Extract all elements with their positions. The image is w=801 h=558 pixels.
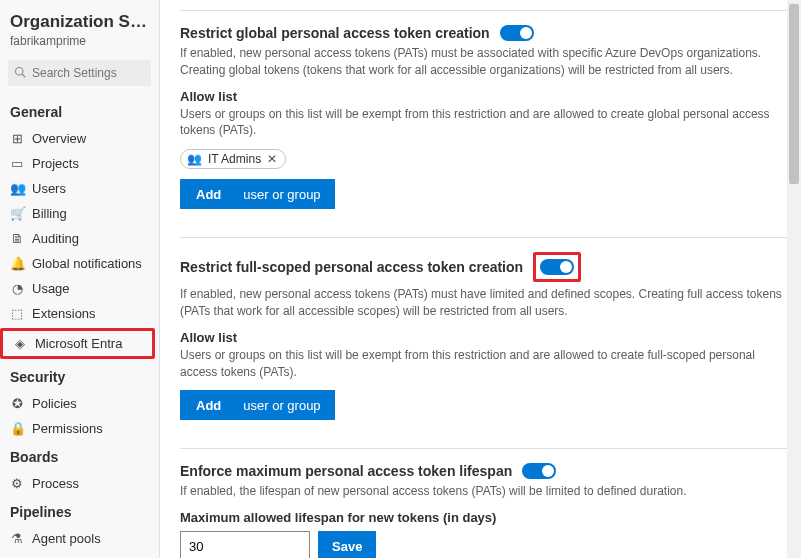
sidebar-item-usage[interactable]: ◔Usage [0, 276, 159, 301]
chip-remove-icon[interactable]: ✕ [267, 152, 277, 166]
svg-point-0 [16, 67, 24, 75]
add-user-or-group-button-1[interactable]: Add user or group [180, 179, 335, 209]
section-general: General [0, 96, 159, 126]
allow-list-label-2: Allow list [180, 330, 789, 345]
max-lifespan-field-label: Maximum allowed lifespan for new tokens … [180, 510, 789, 525]
usage-icon: ◔ [10, 281, 24, 296]
group-icon: 👥 [187, 152, 202, 166]
search-settings[interactable] [8, 60, 151, 86]
agent-icon: ⚗ [10, 531, 24, 546]
highlight-box [533, 252, 581, 282]
max-lifespan-input[interactable] [180, 531, 310, 558]
search-icon [14, 66, 26, 81]
sidebar-item-auditing[interactable]: 🗎Auditing [0, 226, 159, 251]
divider [180, 448, 789, 449]
projects-icon: ▭ [10, 156, 24, 171]
scrollbar-track[interactable] [787, 0, 801, 558]
divider [180, 237, 789, 238]
overview-icon: ⊞ [10, 131, 24, 146]
sidebar-item-extensions[interactable]: ⬚Extensions [0, 301, 159, 326]
save-button[interactable]: Save [318, 531, 376, 558]
sidebar-item-settings[interactable]: ⚙Settingsⓘ [0, 551, 159, 558]
restrict-full-scoped-pat-title-row: Restrict full-scoped personal access tok… [180, 252, 789, 282]
main-content: Restrict global personal access token cr… [160, 0, 801, 558]
billing-icon: 🛒 [10, 206, 24, 221]
sidebar-item-projects[interactable]: ▭Projects [0, 151, 159, 176]
users-icon: 👥 [10, 181, 24, 196]
restrict-global-pat-toggle[interactable] [500, 25, 534, 41]
sidebar: Organization S… fabrikamprime General ⊞O… [0, 0, 160, 558]
scrollbar-thumb[interactable] [789, 4, 799, 184]
auditing-icon: 🗎 [10, 231, 24, 246]
restrict-full-scoped-pat-desc: If enabled, new personal access tokens (… [180, 286, 789, 320]
enforce-max-lifespan-title: Enforce maximum personal access token li… [180, 463, 512, 479]
restrict-global-pat-desc: If enabled, new personal access tokens (… [180, 45, 789, 79]
sidebar-item-microsoft-entra[interactable]: ◈Microsoft Entra [3, 331, 152, 356]
section-security: Security [0, 361, 159, 391]
allow-list-label-1: Allow list [180, 89, 789, 104]
enforce-max-lifespan-desc: If enabled, the lifespan of new personal… [180, 483, 789, 500]
sidebar-item-permissions[interactable]: 🔒Permissions [0, 416, 159, 441]
sidebar-item-users[interactable]: 👥Users [0, 176, 159, 201]
sidebar-item-policies[interactable]: ✪Policies [0, 391, 159, 416]
allow-list-desc-2: Users or groups on this list will be exe… [180, 347, 789, 381]
search-input[interactable] [32, 66, 145, 80]
divider [180, 10, 789, 11]
svg-line-1 [22, 74, 25, 77]
process-icon: ⚙ [10, 476, 24, 491]
restrict-full-scoped-pat-title: Restrict full-scoped personal access tok… [180, 259, 523, 275]
restrict-global-pat-title: Restrict global personal access token cr… [180, 25, 490, 41]
enforce-max-lifespan-title-row: Enforce maximum personal access token li… [180, 463, 789, 479]
add-user-or-group-button-2[interactable]: Add user or group [180, 390, 335, 420]
sidebar-item-global-notifications[interactable]: 🔔Global notifications [0, 251, 159, 276]
sidebar-item-billing[interactable]: 🛒Billing [0, 201, 159, 226]
bell-icon: 🔔 [10, 256, 24, 271]
entra-icon: ◈ [13, 336, 27, 351]
enforce-max-lifespan-toggle[interactable] [522, 463, 556, 479]
org-name: fabrikamprime [0, 34, 159, 56]
restrict-full-scoped-pat-toggle[interactable] [540, 259, 574, 275]
lock-icon: 🔒 [10, 421, 24, 436]
allow-list-chip-it-admins[interactable]: 👥 IT Admins ✕ [180, 149, 286, 169]
section-pipelines: Pipelines [0, 496, 159, 526]
allow-list-desc-1: Users or groups on this list will be exe… [180, 106, 789, 140]
sidebar-item-process[interactable]: ⚙Process [0, 471, 159, 496]
policies-icon: ✪ [10, 396, 24, 411]
sidebar-item-overview[interactable]: ⊞Overview [0, 126, 159, 151]
section-boards: Boards [0, 441, 159, 471]
sidebar-item-agent-pools[interactable]: ⚗Agent pools [0, 526, 159, 551]
restrict-global-pat-title-row: Restrict global personal access token cr… [180, 25, 789, 41]
org-settings-title: Organization S… [0, 6, 159, 34]
extensions-icon: ⬚ [10, 306, 24, 321]
